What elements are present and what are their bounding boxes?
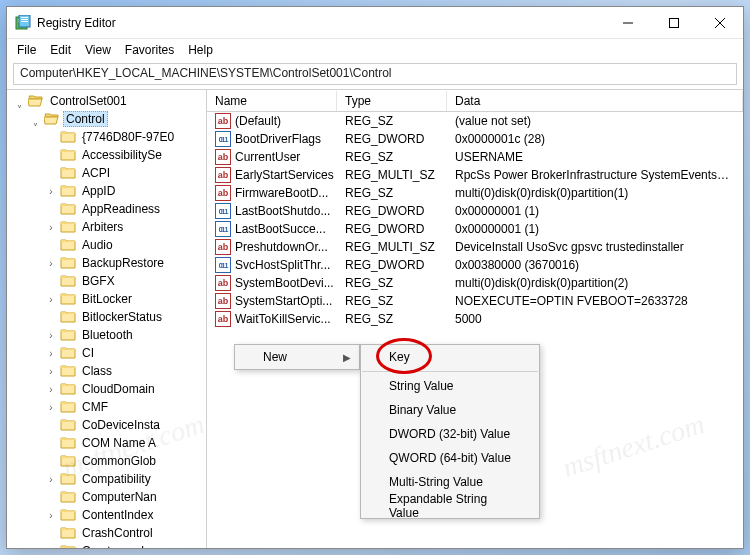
tree-node[interactable]: ›AppID [7,182,206,200]
value-type: REG_DWORD [337,131,447,147]
ctx-key[interactable]: Key [361,345,539,369]
expand-icon[interactable] [45,168,57,179]
expand-icon[interactable] [45,132,57,143]
expand-icon[interactable]: › [45,510,57,521]
expand-icon[interactable] [45,438,57,449]
menu-view[interactable]: View [85,43,111,57]
list-row[interactable]: BootDriverFlagsREG_DWORD0x0000001c (28) [207,130,743,148]
expand-icon[interactable] [45,312,57,323]
tree-label: Bluetooth [79,327,136,343]
expand-icon[interactable]: › [45,294,57,305]
close-button[interactable] [697,7,743,38]
expand-icon[interactable]: › [45,222,57,233]
col-data[interactable]: Data [447,91,743,111]
menu-help[interactable]: Help [188,43,213,57]
col-type[interactable]: Type [337,91,447,111]
expand-icon[interactable] [45,150,57,161]
ctx-expand[interactable]: Expandable String Value [361,494,539,518]
list-row[interactable]: SvcHostSplitThr...REG_DWORD0x00380000 (3… [207,256,743,274]
string-value-icon [215,275,231,291]
list-row[interactable]: SystemStartOpti...REG_SZ NOEXECUTE=OPTIN… [207,292,743,310]
tree-node[interactable]: ComputerNan [7,488,206,506]
tree-node[interactable]: CoDeviceInsta [7,416,206,434]
folder-icon [60,543,76,548]
expand-icon[interactable]: › [45,546,57,549]
expand-icon[interactable]: › [45,258,57,269]
tree-node[interactable]: ›CloudDomain [7,380,206,398]
tree-node[interactable]: ›Bluetooth [7,326,206,344]
value-data: NOEXECUTE=OPTIN FVEBOOT=2633728 [447,293,743,309]
maximize-button[interactable] [651,7,697,38]
expand-icon[interactable]: › [45,474,57,485]
expand-icon[interactable] [45,420,57,431]
tree-node[interactable]: AppReadiness [7,200,206,218]
ctx-dword[interactable]: DWORD (32-bit) Value [361,422,539,446]
tree-node[interactable]: CrashControl [7,524,206,542]
minimize-button[interactable] [605,7,651,38]
tree-node[interactable]: ACPI [7,164,206,182]
tree-node[interactable]: {7746D80F-97E0 [7,128,206,146]
tree-node[interactable]: ˬControl [7,110,206,128]
expand-icon[interactable]: ˬ [13,96,25,107]
ctx-multi[interactable]: Multi-String Value [361,470,539,494]
expand-icon[interactable]: › [45,186,57,197]
value-type: REG_SZ [337,311,447,327]
expand-icon[interactable] [45,528,57,539]
string-value-icon [215,293,231,309]
list-row[interactable]: SystemBootDevi...REG_SZmulti(0)disk(0)rd… [207,274,743,292]
expand-icon[interactable]: ˬ [29,114,41,125]
tree-node[interactable]: ›Cryptography [7,542,206,548]
tree-node[interactable]: ›BitLocker [7,290,206,308]
ctx-qword[interactable]: QWORD (64-bit) Value [361,446,539,470]
menu-favorites[interactable]: Favorites [125,43,174,57]
col-name[interactable]: Name [207,91,337,111]
expand-icon[interactable]: › [45,330,57,341]
list-row[interactable]: WaitToKillServic...REG_SZ5000 [207,310,743,328]
titlebar[interactable]: Registry Editor [7,7,743,39]
menu-file[interactable]: File [17,43,36,57]
tree-node[interactable]: Audio [7,236,206,254]
list-row[interactable]: PreshutdownOr...REG_MULTI_SZDeviceInstal… [207,238,743,256]
tree-node[interactable]: ›Arbiters [7,218,206,236]
tree-node[interactable]: ›CI [7,344,206,362]
expand-icon[interactable]: › [45,366,57,377]
tree-node[interactable]: ›BackupRestore [7,254,206,272]
tree-node[interactable]: ›CMF [7,398,206,416]
tree-node[interactable]: ˬControlSet001 [7,92,206,110]
expand-icon[interactable] [45,240,57,251]
folder-icon [60,327,76,343]
value-type: REG_SZ [337,149,447,165]
expand-icon[interactable] [45,492,57,503]
address-bar[interactable]: Computer\HKEY_LOCAL_MACHINE\SYSTEM\Contr… [13,63,737,85]
tree-node[interactable]: AccessibilitySe [7,146,206,164]
list-row[interactable]: CurrentUserREG_SZUSERNAME [207,148,743,166]
folder-icon [60,129,76,145]
menu-edit[interactable]: Edit [50,43,71,57]
ctx-new[interactable]: New ▶ [235,345,359,369]
expand-icon[interactable]: › [45,348,57,359]
expand-icon[interactable]: › [45,384,57,395]
expand-icon[interactable] [45,276,57,287]
expand-icon[interactable] [45,204,57,215]
ctx-binary[interactable]: Binary Value [361,398,539,422]
list-row[interactable]: LastBootShutdo...REG_DWORD0x00000001 (1) [207,202,743,220]
expand-icon[interactable]: › [45,402,57,413]
ctx-string[interactable]: String Value [361,374,539,398]
tree-node[interactable]: CommonGlob [7,452,206,470]
list-row[interactable]: FirmwareBootD...REG_SZmulti(0)disk(0)rdi… [207,184,743,202]
tree-node[interactable]: ›ContentIndex [7,506,206,524]
tree-label: BitLocker [79,291,135,307]
list-row[interactable]: LastBootSucce...REG_DWORD0x00000001 (1) [207,220,743,238]
list-row[interactable]: (Default)REG_SZ(value not set) [207,112,743,130]
tree-node[interactable]: ›Class [7,362,206,380]
tree-node[interactable]: ›Compatibility [7,470,206,488]
context-submenu: Key String Value Binary Value DWORD (32-… [360,344,540,519]
tree-label: Control [63,111,108,127]
tree-node[interactable]: BGFX [7,272,206,290]
list-row[interactable]: EarlyStartServicesREG_MULTI_SZRpcSs Powe… [207,166,743,184]
tree-view[interactable]: ˬControlSet001ˬControl {7746D80F-97E0 Ac… [7,90,207,548]
value-type: REG_SZ [337,275,447,291]
tree-node[interactable]: BitlockerStatus [7,308,206,326]
tree-node[interactable]: COM Name A [7,434,206,452]
expand-icon[interactable] [45,456,57,467]
